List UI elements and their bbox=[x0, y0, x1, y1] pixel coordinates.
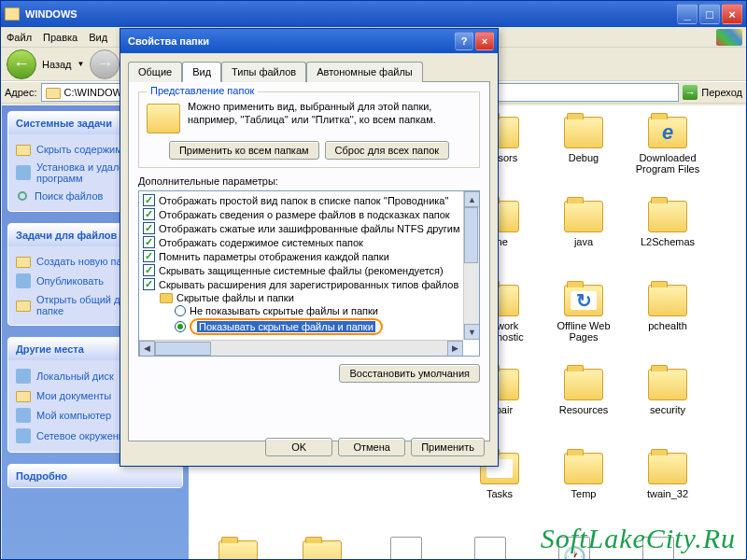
folder-view-group: Представление папок Можно применить вид,… bbox=[138, 91, 480, 168]
scroll-thumb[interactable] bbox=[155, 342, 211, 356]
folder-label: Resources bbox=[559, 404, 609, 415]
programs-icon bbox=[16, 165, 31, 180]
menu-file[interactable]: Файл bbox=[7, 32, 32, 43]
cancel-button[interactable]: Отмена bbox=[338, 438, 405, 456]
folder-label: L2Schemas bbox=[641, 236, 695, 247]
tree-option[interactable]: Показывать скрытые файлы и папки bbox=[141, 317, 477, 336]
menu-view[interactable]: Вид bbox=[89, 32, 107, 43]
panel-details: Подробно bbox=[7, 464, 183, 488]
folder-label: Tasks bbox=[486, 488, 513, 499]
checkbox-icon: ✓ bbox=[143, 194, 155, 206]
windows-flag-icon bbox=[716, 29, 742, 46]
option-label: Не показывать скрытые файлы и папки bbox=[190, 305, 378, 316]
advanced-options-tree[interactable]: ✓Отображать простой вид папок в списке п… bbox=[138, 190, 480, 357]
folder-item[interactable]: Debug bbox=[542, 117, 626, 197]
checkbox-icon: ✓ bbox=[143, 278, 155, 290]
folder-item[interactable]: java bbox=[542, 201, 626, 281]
tree-option[interactable]: ✓Отображать сведения о размере файлов в … bbox=[141, 207, 477, 221]
globe-icon bbox=[16, 273, 31, 288]
panel-title[interactable]: Подробно bbox=[8, 465, 182, 487]
option-label: Скрывать защищенные системные файлы (рек… bbox=[159, 265, 444, 276]
folder-label: Temp bbox=[571, 488, 597, 499]
address-label: Адрес: bbox=[5, 87, 37, 98]
folder-icon bbox=[303, 540, 342, 559]
help-button[interactable]: ? bbox=[455, 32, 473, 50]
option-label: Помнить параметры отображения каждой пап… bbox=[159, 251, 389, 262]
documents-icon bbox=[16, 391, 31, 402]
folder-item[interactable]: WinSxS bbox=[280, 540, 364, 559]
option-label: Отображать сведения о размере файлов в п… bbox=[159, 209, 450, 220]
share-icon bbox=[16, 301, 31, 312]
apply-all-button[interactable]: Применить ко всем папкам bbox=[169, 141, 319, 160]
folder-item[interactable]: twain_32 bbox=[626, 453, 710, 533]
tree-option[interactable]: ✓Отображать содержимое системных папок bbox=[141, 235, 477, 249]
maximize-button[interactable]: □ bbox=[699, 4, 720, 24]
tree-option[interactable]: ✓Скрывать защищенные системные файлы (ре… bbox=[141, 263, 477, 277]
folder-icon bbox=[5, 7, 20, 21]
vertical-scrollbar[interactable]: ▲ ▼ bbox=[463, 191, 479, 340]
folder-item[interactable]: _default bbox=[364, 540, 448, 559]
folder-item[interactable]: pchealth bbox=[626, 285, 710, 365]
tab-general[interactable]: Общие bbox=[128, 62, 182, 82]
scroll-right-icon[interactable]: ▶ bbox=[447, 341, 463, 357]
reset-all-button[interactable]: Сброс для всех папок bbox=[325, 141, 450, 160]
restore-defaults-button[interactable]: Восстановить умолчания bbox=[339, 364, 480, 383]
radio-icon bbox=[175, 305, 186, 316]
nav-forward-button[interactable]: → bbox=[90, 49, 120, 79]
tab-offline[interactable]: Автономные файлы bbox=[306, 62, 423, 82]
option-label: Скрывать расширения для зарегистрированн… bbox=[159, 279, 458, 290]
close-button[interactable]: × bbox=[722, 4, 742, 24]
tree-option[interactable]: ✓Скрывать расширения для зарегистрирован… bbox=[141, 277, 477, 291]
watermark: SoftLakeCity.Ru bbox=[541, 523, 736, 554]
option-label: Отображать простой вид папок в списке па… bbox=[159, 195, 449, 206]
scroll-thumb[interactable] bbox=[464, 207, 478, 263]
tab-body: Представление папок Можно применить вид,… bbox=[128, 81, 490, 441]
folder-icon bbox=[648, 453, 687, 484]
tab-filetypes[interactable]: Типы файлов bbox=[221, 62, 306, 82]
scroll-up-icon[interactable]: ▲ bbox=[464, 191, 480, 207]
ok-button[interactable]: OK bbox=[265, 438, 332, 456]
checkbox-icon: ✓ bbox=[143, 264, 155, 276]
folder-label: security bbox=[650, 404, 685, 415]
tree-option[interactable]: ✓Отображать сжатые или зашифрованные фай… bbox=[141, 221, 477, 235]
dialog-close-button[interactable]: × bbox=[475, 32, 494, 50]
folder-item[interactable]: Temp bbox=[542, 453, 626, 533]
go-button[interactable]: → Переход bbox=[683, 85, 742, 100]
folder-icon bbox=[648, 369, 687, 400]
folder-item[interactable]: L2Schemas bbox=[626, 201, 710, 281]
tree-option[interactable]: ✓Отображать простой вид папок в списке п… bbox=[141, 193, 477, 207]
folder-item[interactable]: Downloaded Program Files bbox=[626, 117, 710, 197]
tree-option[interactable]: ✓Помнить параметры отображения каждой па… bbox=[141, 249, 477, 263]
folder-label: Downloaded Program Files bbox=[626, 152, 710, 175]
folder-label: Offline Web Pages bbox=[542, 320, 626, 343]
dropdown-icon[interactable]: ▼ bbox=[78, 60, 85, 68]
tab-view[interactable]: Вид bbox=[182, 62, 221, 82]
checkbox-icon: ✓ bbox=[143, 208, 155, 220]
group-label: Представление папок bbox=[147, 85, 258, 96]
folder-icon bbox=[648, 285, 687, 316]
folder-item[interactable]: bootstat bbox=[448, 540, 532, 559]
titlebar: WINDOWS _ □ × bbox=[1, 1, 746, 27]
checkbox-icon: ✓ bbox=[143, 250, 155, 262]
apply-button[interactable]: Применить bbox=[411, 438, 485, 456]
network-icon bbox=[16, 428, 31, 443]
tree-option[interactable]: Не показывать скрытые файлы и папки bbox=[141, 304, 477, 317]
folder-icon bbox=[648, 117, 687, 148]
scroll-down-icon[interactable]: ▼ bbox=[464, 324, 480, 340]
folder-item[interactable]: Offline Web Pages bbox=[542, 285, 626, 365]
folder-label: java bbox=[574, 236, 593, 247]
minimize-button[interactable]: _ bbox=[677, 4, 698, 24]
folder-icon bbox=[218, 540, 258, 559]
scroll-left-icon[interactable]: ◀ bbox=[139, 341, 155, 357]
folder-item[interactable]: Resources bbox=[542, 369, 626, 449]
tree-option[interactable]: Скрытые файлы и папки bbox=[141, 291, 477, 304]
option-label: Скрытые файлы и папки bbox=[176, 292, 294, 303]
horizontal-scrollbar[interactable]: ◀ ▶ bbox=[139, 340, 463, 356]
dialog-titlebar: Свойства папки ? × bbox=[120, 29, 498, 53]
folder-item[interactable]: Web bbox=[196, 540, 280, 559]
menu-edit[interactable]: Правка bbox=[43, 32, 78, 43]
folder-icon bbox=[564, 285, 603, 316]
nav-back-button[interactable]: ← bbox=[7, 49, 36, 79]
dialog-buttons: OK Отмена Применить bbox=[265, 438, 485, 456]
folder-item[interactable]: security bbox=[626, 369, 710, 449]
